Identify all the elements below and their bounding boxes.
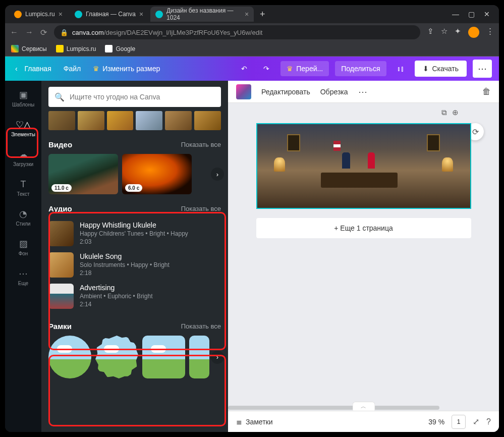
page-image[interactable]: [257, 124, 470, 208]
video-card[interactable]: 11.0 c: [48, 154, 118, 194]
thumbnail[interactable]: [194, 111, 221, 130]
apps-bookmark[interactable]: Сервисы: [11, 45, 47, 52]
url-input[interactable]: 🔒 canva.com/design/DAE2EVwjn_l/IjLMe3Pzf…: [54, 25, 420, 39]
page-count[interactable]: 1: [452, 415, 466, 429]
lock-icon: 🔒: [60, 29, 68, 36]
favicon: [14, 11, 22, 18]
section-title: Видео: [48, 140, 72, 149]
more-icon[interactable]: ⋯: [358, 86, 367, 97]
file-menu[interactable]: Файл: [61, 65, 84, 73]
share-button[interactable]: Поделиться: [335, 61, 386, 76]
bookmark[interactable]: Google: [105, 45, 135, 52]
resize-button[interactable]: ♛Изменить размер: [90, 65, 163, 73]
help-icon[interactable]: ?: [486, 417, 491, 426]
search-field[interactable]: [70, 93, 215, 101]
audio-title: Ukulele Song: [80, 252, 170, 260]
show-all-link[interactable]: Показать все: [181, 322, 221, 330]
recent-thumbnails: [41, 111, 228, 135]
zoom-level[interactable]: 39 %: [428, 418, 444, 426]
canvas-scroll[interactable]: ⧉ ⊕ ⟳ + Еще 1 страница: [228, 103, 499, 411]
duration-badge: 6.0 c: [125, 184, 142, 192]
browser-tab[interactable]: Главная — Canva ×: [70, 7, 148, 22]
search-input[interactable]: 🔍: [48, 87, 221, 107]
rail-background[interactable]: ▨Фон: [5, 233, 41, 262]
carousel-next-icon[interactable]: ›: [211, 168, 224, 181]
close-icon[interactable]: ×: [139, 10, 143, 18]
share-icon[interactable]: ⇪: [427, 27, 434, 38]
frame-partial[interactable]: [189, 336, 209, 378]
audio-duration: 2:03: [80, 238, 188, 245]
add-page-icon[interactable]: ⊕: [452, 108, 459, 117]
forward-icon[interactable]: →: [25, 28, 33, 37]
home-link[interactable]: ‹ Главная: [12, 65, 54, 73]
profile-avatar[interactable]: [468, 27, 479, 38]
background-icon: ▨: [19, 239, 28, 249]
frame-square[interactable]: [142, 336, 185, 378]
frame-badge[interactable]: [95, 336, 138, 378]
menu-icon[interactable]: ⋮: [486, 27, 494, 38]
thumbnail[interactable]: [107, 111, 134, 130]
audio-meta: Happy Childrens' Tunes • Bright • Happy: [80, 230, 188, 237]
analytics-icon[interactable]: ⫾⫿: [393, 61, 409, 77]
more-menu[interactable]: ⋯: [473, 60, 492, 78]
canvas-page[interactable]: [256, 123, 471, 209]
rail-text[interactable]: TТекст: [5, 173, 41, 203]
pages-peek[interactable]: ︿: [352, 402, 375, 411]
tab-title: Lumpics.ru: [25, 11, 55, 18]
thumbnail[interactable]: [165, 111, 192, 130]
rail-more[interactable]: ⋯Еще: [5, 262, 41, 292]
window-minimize-icon[interactable]: —: [452, 10, 459, 18]
url-text: canva.com/design/DAE2EVwjn_l/IjLMe3PzfRF…: [72, 29, 262, 36]
crop-button[interactable]: Обрезка: [320, 88, 348, 96]
audio-duration: 2:18: [80, 269, 170, 277]
browser-tab[interactable]: Дизайн без названия — 1024 ×: [150, 7, 254, 22]
audio-duration: 2:14: [80, 301, 152, 308]
rail-uploads[interactable]: ☁Загрузки: [5, 143, 41, 173]
audio-title: Advertising: [80, 284, 152, 292]
carousel-next-icon[interactable]: ›: [211, 351, 224, 364]
notes-button[interactable]: ≣Заметки: [236, 418, 273, 426]
rail-templates[interactable]: ▣Шаблоны: [5, 84, 41, 114]
duplicate-icon[interactable]: ⧉: [441, 108, 447, 117]
close-icon[interactable]: ×: [245, 10, 249, 18]
browser-tab[interactable]: Lumpics.ru ×: [9, 7, 68, 22]
show-all-link[interactable]: Показать все: [181, 205, 221, 212]
upgrade-button[interactable]: ♛Перей...: [281, 61, 329, 76]
video-card[interactable]: 6.0 c: [122, 154, 192, 194]
reload-icon[interactable]: ⟳: [40, 28, 47, 37]
audio-item[interactable]: Advertising Ambient • Euphoric • Bright …: [48, 281, 221, 312]
close-icon[interactable]: ×: [59, 10, 63, 18]
extensions-icon[interactable]: ✦: [455, 27, 461, 38]
fullscreen-icon[interactable]: ⤢: [473, 417, 479, 426]
new-tab-button[interactable]: +: [256, 9, 269, 20]
thumbnail[interactable]: [136, 111, 162, 130]
rail-elements[interactable]: ♡△Элементы: [5, 114, 41, 143]
audio-section: Аудио Показать все Happy Whistling Ukule…: [41, 199, 228, 317]
rail-styles[interactable]: ◔Стили: [5, 203, 41, 233]
audio-item[interactable]: Happy Whistling Ukulele Happy Childrens'…: [48, 218, 221, 249]
show-all-link[interactable]: Показать все: [181, 141, 221, 148]
window-close-icon[interactable]: ✕: [484, 10, 490, 18]
color-swatch[interactable]: [236, 84, 251, 99]
star-icon[interactable]: ☆: [441, 27, 447, 38]
redo-icon[interactable]: ↷: [258, 61, 274, 77]
context-toolbar: Редактировать Обрезка ⋯ 🗑: [228, 81, 499, 103]
audio-item[interactable]: Ukulele Song Solo Instruments • Happy • …: [48, 249, 221, 281]
back-icon[interactable]: ←: [10, 28, 18, 37]
crown-icon: ♛: [93, 65, 99, 73]
page-tools: ⧉ ⊕: [441, 108, 459, 117]
download-button[interactable]: ⬇Скачать: [415, 61, 467, 77]
audio-title: Happy Whistling Ukulele: [80, 221, 188, 229]
window-maximize-icon[interactable]: ▢: [468, 10, 475, 18]
frame-circle[interactable]: [48, 336, 91, 378]
uploads-icon: ☁: [19, 149, 28, 159]
bottom-bar: ≣Заметки 39 % 1 ⤢ ?: [228, 411, 499, 432]
thumbnail[interactable]: [48, 111, 75, 130]
add-page-button[interactable]: + Еще 1 страница: [256, 218, 471, 238]
undo-icon[interactable]: ↶: [236, 61, 252, 77]
styles-icon: ◔: [19, 209, 27, 219]
thumbnail[interactable]: [78, 111, 104, 130]
delete-icon[interactable]: 🗑: [482, 87, 491, 97]
bookmark[interactable]: Lumpics.ru: [56, 45, 96, 52]
edit-button[interactable]: Редактировать: [261, 88, 310, 96]
